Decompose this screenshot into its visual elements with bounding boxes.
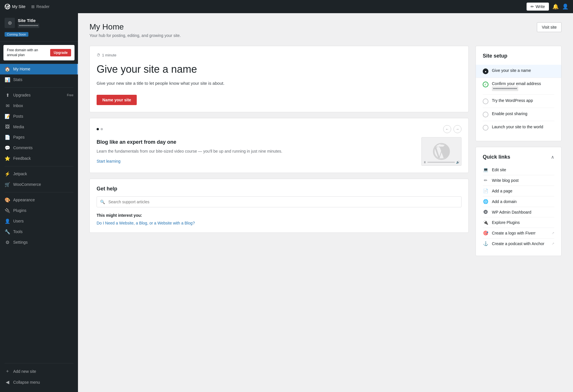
quick-link-add-page[interactable]: 📄 Add a page: [483, 186, 554, 196]
topbar-logo[interactable]: My Site: [5, 4, 26, 9]
plug-icon: 🔌: [483, 220, 488, 225]
quick-link-label: Add a domain: [492, 199, 554, 204]
two-column-layout: ⏱ 1 minute Give your site a name Give yo…: [89, 46, 562, 256]
search-input[interactable]: [97, 196, 461, 207]
blog-card: ← → Blog like an expert from day one Lea…: [89, 118, 469, 173]
quick-link-label: Create a podcast with Anchor: [492, 241, 548, 246]
quick-link-label: Create a logo with Fiverr: [492, 231, 548, 235]
sidebar-item-feedback[interactable]: ⭐ Feedback: [0, 153, 78, 164]
add-new-site-item[interactable]: ＋ Add new site: [0, 366, 78, 377]
setup-item-sub: ••••••••••••••••••••: [492, 86, 518, 91]
home-icon: 🏠: [5, 66, 10, 72]
quick-links-toggle[interactable]: ∧: [551, 154, 554, 160]
sidebar-divider: [5, 87, 73, 88]
write-icon: ✏: [531, 4, 534, 9]
setup-icon-app: [483, 99, 488, 104]
inbox-icon: ✉: [5, 103, 10, 109]
sidebar-item-label: Appearance: [13, 198, 73, 202]
external-link-icon: ↗: [552, 231, 554, 235]
reader-nav-item[interactable]: ⊞ Reader: [31, 4, 50, 9]
quick-link-wp-admin[interactable]: 🅦 WP Admin Dashboard: [483, 207, 554, 217]
sidebar-item-appearance[interactable]: 🎨 Appearance: [0, 195, 78, 205]
blog-card-title: Blog like an expert from day one: [97, 139, 416, 145]
setup-item-sharing[interactable]: Enable post sharing: [483, 108, 554, 121]
collapse-menu-item[interactable]: ◀ Collapse menu: [0, 377, 78, 387]
fiverr-icon: 🎯: [483, 231, 488, 236]
sidebar-item-label: My Home: [13, 67, 73, 71]
pencil-icon: ✏: [483, 178, 488, 183]
site-info: ⊕ Site Title •••••••••••••••• Coming Soo…: [0, 13, 78, 42]
blog-card-content: Blog like an expert from day one Learn t…: [97, 137, 461, 166]
sidebar-item-label: Tools: [13, 229, 73, 234]
notifications-icon[interactable]: 🔔: [552, 3, 559, 10]
collapse-menu-label: Collapse menu: [13, 380, 73, 385]
doc-icon: 📄: [483, 188, 488, 194]
stats-icon: 📊: [5, 77, 10, 82]
site-setup-title: Site setup: [483, 53, 554, 59]
tools-icon: 🔧: [5, 229, 10, 235]
sidebar-item-upgrades[interactable]: ⬆ Upgrades Free: [0, 90, 78, 101]
main-column: ⏱ 1 minute Give your site a name Give yo…: [89, 46, 469, 256]
card-main-title: Give your site a name: [97, 63, 461, 75]
sidebar-divider-2: [5, 166, 73, 166]
page-subtitle: Your hub for posting, editing, and growi…: [89, 33, 181, 38]
sidebar-item-plugins[interactable]: 🔌 Plugins: [0, 205, 78, 216]
setup-item-email[interactable]: ✓ Confirm your email address •••••••••••…: [483, 78, 554, 95]
name-your-site-button[interactable]: Name your site: [97, 95, 137, 105]
sidebar-item-tools[interactable]: 🔧 Tools: [0, 226, 78, 237]
sidebar-item-pages[interactable]: 📄 Pages: [0, 132, 78, 143]
quick-link-label: WP Admin Dashboard: [492, 210, 554, 214]
sidebar-item-inbox[interactable]: ✉ Inbox: [0, 101, 78, 111]
sidebar-item-woocommerce[interactable]: 🛒 WooCommerce: [0, 179, 78, 190]
appearance-icon: 🎨: [5, 197, 10, 203]
page-title: My Home: [89, 22, 181, 31]
upgrade-banner-text: Free domain with an annual plan: [7, 48, 48, 58]
quick-link-explore-plugins[interactable]: 🔌 Explore Plugins: [483, 217, 554, 228]
sidebar-item-media[interactable]: 🖼 Media: [0, 122, 78, 132]
dot-active: [97, 128, 99, 130]
sidebar-item-label: Feedback: [13, 156, 73, 161]
write-button[interactable]: ✏ Write: [527, 3, 549, 11]
jetpack-icon: ⚡: [5, 171, 10, 177]
laptop-icon: 💻: [483, 167, 488, 172]
wp-logo-icon: [5, 4, 10, 9]
setup-icon-email: ✓: [483, 82, 488, 87]
sidebar-divider-4: [5, 363, 73, 363]
upgrades-icon: ⬆: [5, 92, 10, 98]
sidebar: ⊕ Site Title •••••••••••••••• Coming Soo…: [0, 13, 78, 392]
sidebar-item-stats[interactable]: 📊 Stats: [0, 74, 78, 85]
sidebar-item-settings[interactable]: ⚙ Settings: [0, 237, 78, 248]
sidebar-item-label: Settings: [13, 240, 73, 245]
setup-item-label: Try the WordPress app: [492, 98, 554, 103]
sidebar-item-label: Pages: [13, 135, 73, 139]
quick-link-add-domain[interactable]: 🌐 Add a domain: [483, 196, 554, 207]
sidebar-item-jetpack[interactable]: ⚡ Jetpack: [0, 169, 78, 179]
setup-item-label: Launch your site to the world: [492, 125, 554, 129]
get-help-card: Get help 🔍 This might interest you: Do I…: [89, 179, 469, 233]
setup-icon-launch: [483, 125, 488, 131]
card-description: Give your new site a title to let people…: [97, 80, 461, 87]
sidebar-item-posts[interactable]: 📝 Posts: [0, 111, 78, 122]
quick-link-fiverr[interactable]: 🎯 Create a logo with Fiverr ↗: [483, 228, 554, 239]
sidebar-item-users[interactable]: 👤 Users: [0, 216, 78, 226]
sidebar-item-comments[interactable]: 💬 Comments: [0, 143, 78, 153]
interest-link[interactable]: Do I Need a Website, a Blog, or a Websit…: [97, 221, 195, 225]
blog-next-button[interactable]: →: [453, 125, 461, 133]
setup-item-launch[interactable]: Launch your site to the world: [483, 121, 554, 134]
upgrade-button[interactable]: Upgrade: [50, 49, 71, 56]
quick-link-edit-site[interactable]: 💻 Edit site: [483, 165, 554, 175]
collapse-icon: ◀: [5, 379, 10, 385]
setup-item-app[interactable]: Try the WordPress app: [483, 95, 554, 108]
sidebar-item-my-home[interactable]: 🏠 My Home: [0, 64, 78, 74]
visit-site-button[interactable]: Visit site: [537, 22, 562, 32]
wp-admin-icon: 🅦: [483, 210, 488, 214]
setup-item-name[interactable]: ● Give your site a name: [476, 65, 561, 78]
start-learning-link[interactable]: Start learning: [97, 159, 120, 164]
quick-link-anchor[interactable]: ⚓ Create a podcast with Anchor ↗: [483, 239, 554, 249]
quick-link-write-post[interactable]: ✏ Write blog post: [483, 175, 554, 186]
blog-card-description: Learn the fundamentals from our bite-siz…: [97, 148, 416, 154]
user-avatar-icon[interactable]: 👤: [562, 3, 568, 10]
blog-prev-button[interactable]: ←: [443, 125, 451, 133]
quick-link-label: Edit site: [492, 168, 554, 172]
add-site-icon: ＋: [5, 368, 10, 374]
